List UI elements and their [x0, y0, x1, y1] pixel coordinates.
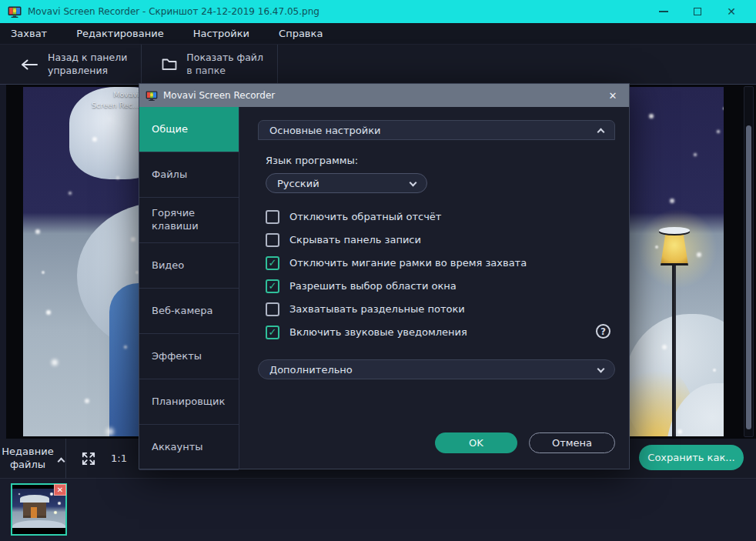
- main-settings-section-header[interactable]: Основные настройки: [258, 120, 615, 140]
- thumbnail-snowflakes: [12, 489, 14, 490]
- minimize-icon[interactable]: [647, 0, 681, 23]
- checkbox-row-hide-panel[interactable]: ✓ Скрывать панель записи: [266, 232, 615, 247]
- tab-scheduler[interactable]: Планировщик: [139, 379, 239, 425]
- checkbox-row-separate-streams[interactable]: ✓ Захватывать раздельные потоки: [266, 302, 615, 316]
- check-icon: ✓: [269, 326, 277, 338]
- tab-webcam[interactable]: Веб-камера: [139, 289, 239, 334]
- settings-dialog: Movavi Screen Recorder ✕ Общие Файлы Гор…: [139, 83, 630, 469]
- folder-icon: [162, 58, 177, 71]
- menu-capture[interactable]: Захват: [11, 28, 61, 39]
- checkbox[interactable]: ✓: [266, 233, 279, 247]
- dialog-body: Общие Файлы Горячие клавиши Видео Веб-ка…: [139, 107, 629, 469]
- checkbox-row-window-area[interactable]: ✓ Разрешить выбор области окна: [266, 279, 615, 293]
- language-select[interactable]: Русский: [266, 173, 427, 193]
- tab-files[interactable]: Файлы: [139, 152, 239, 198]
- advanced-section-title: Дополнительно: [269, 364, 353, 376]
- settings-content: Основные настройки Язык программы: Русск…: [239, 107, 629, 469]
- image-watermark: Movavi Screen Rec...: [79, 89, 139, 111]
- chevron-down-icon: [410, 179, 417, 186]
- show-file-line2: в папке: [186, 65, 263, 78]
- watermark-line1: Movavi: [79, 89, 139, 100]
- help-icon[interactable]: ?: [596, 324, 610, 339]
- chevron-up-icon: [597, 128, 605, 135]
- zoom-ratio-button[interactable]: 1:1: [111, 453, 127, 464]
- language-selected-value: Русский: [277, 178, 319, 189]
- expand-arrows-icon: [80, 450, 97, 467]
- menu-editing[interactable]: Редактирование: [76, 28, 177, 39]
- back-to-panel-button[interactable]: Назад к панели управления: [0, 45, 142, 84]
- tab-accounts[interactable]: Аккаунты: [139, 425, 239, 470]
- checkbox-label: Разрешить выбор области окна: [289, 280, 457, 292]
- check-icon: ✓: [269, 280, 277, 292]
- checkbox-row-disable-countdown[interactable]: ✓ Отключить обратный отсчёт: [266, 209, 615, 224]
- window-title: Movavi Screen Recorder - Скриншот 24-12-…: [28, 6, 647, 17]
- tab-video[interactable]: Видео: [139, 243, 239, 289]
- checkbox-row-sound-notifications[interactable]: ✓ Включить звуковые уведомления ?: [266, 325, 615, 339]
- menubar: Захват Редактирование Настройки Справка: [0, 23, 756, 45]
- thumbnail-snow: [12, 520, 65, 528]
- checkbox-label: Захватывать раздельные потоки: [289, 303, 465, 315]
- recent-files-line2: файлы: [2, 459, 53, 471]
- fit-to-screen-button[interactable]: [77, 450, 100, 467]
- ok-button[interactable]: OK: [435, 432, 517, 453]
- main-section-title: Основные настройки: [269, 125, 381, 136]
- menu-settings[interactable]: Настройки: [193, 28, 263, 39]
- dialog-title: Movavi Screen Recorder: [163, 90, 603, 101]
- save-as-button[interactable]: Сохранить как...: [639, 445, 744, 470]
- dialog-buttons: OK Отмена: [435, 432, 615, 453]
- window-titlebar: Movavi Screen Recorder - Скриншот 24-12-…: [0, 0, 756, 23]
- checkbox[interactable]: ✓: [266, 210, 279, 224]
- tab-general[interactable]: Общие: [139, 107, 239, 152]
- watermark-line2: Screen Rec...: [79, 100, 139, 111]
- checkbox-label: Скрывать панель записи: [289, 234, 421, 245]
- checkbox[interactable]: ✓: [266, 279, 279, 293]
- app-window: { "colors": { "titlebar_cyan": "#17e2df"…: [0, 0, 756, 541]
- remove-thumbnail-icon[interactable]: ✕: [54, 484, 66, 496]
- dialog-close-icon[interactable]: ✕: [603, 90, 623, 102]
- movavi-app-icon: [146, 91, 158, 101]
- back-label-line1: Назад к панели: [48, 52, 127, 65]
- checkbox[interactable]: ✓: [266, 256, 279, 270]
- checkbox-list: ✓ Отключить обратный отсчёт ✓ Скрывать п…: [266, 209, 615, 339]
- window-controls: ✕: [647, 0, 748, 23]
- check-icon: ✓: [269, 257, 277, 269]
- snowflakes: [23, 87, 25, 88]
- checkbox[interactable]: ✓: [266, 302, 279, 316]
- scrollbar-thumb[interactable]: [746, 125, 751, 429]
- checkbox-label: Включить звуковые уведомления: [289, 326, 467, 338]
- checkbox-label: Отключить обратный отсчёт: [289, 211, 441, 222]
- maximize-icon[interactable]: [681, 0, 714, 23]
- tab-effects[interactable]: Эффекты: [139, 334, 239, 379]
- dialog-titlebar: Movavi Screen Recorder ✕: [139, 84, 629, 107]
- tab-hotkeys[interactable]: Горячие клавиши: [139, 198, 239, 243]
- movavi-app-icon: [8, 6, 22, 18]
- cancel-button[interactable]: Отмена: [529, 432, 615, 453]
- vertical-scrollbar[interactable]: [744, 86, 754, 437]
- back-label-line2: управления: [48, 65, 127, 78]
- back-arrow-icon: [20, 58, 38, 71]
- recent-file-thumbnail[interactable]: ✕: [11, 483, 67, 536]
- thumbnail-door: [31, 507, 37, 518]
- checkbox[interactable]: ✓: [266, 326, 279, 339]
- chevron-down-icon: [597, 365, 605, 372]
- menu-help[interactable]: Справка: [279, 28, 336, 39]
- recent-files-button[interactable]: Недавние файлы: [0, 439, 66, 479]
- lamppost: [672, 262, 676, 436]
- show-file-button[interactable]: Показать файл в папке: [142, 45, 278, 84]
- checkbox-row-disable-blinking[interactable]: ✓ Отключить мигание рамки во время захва…: [266, 255, 615, 270]
- settings-tabs: Общие Файлы Горячие клавиши Видео Веб-ка…: [139, 107, 239, 469]
- close-icon[interactable]: ✕: [714, 0, 748, 23]
- show-file-line1: Показать файл: [186, 52, 263, 65]
- thumbnail-roof: [20, 495, 49, 503]
- checkbox-label: Отключить мигание рамки во время захвата: [289, 257, 527, 269]
- advanced-section-header[interactable]: Дополнительно: [258, 359, 615, 379]
- chevron-up-icon: [57, 458, 65, 466]
- lamp-snow-cap: [659, 227, 690, 234]
- thumbnail-strip: ✕: [0, 479, 756, 541]
- toolbar: Назад к панели управления Показать файл …: [0, 45, 756, 85]
- recent-files-line1: Недавние: [2, 446, 53, 458]
- language-label: Язык программы:: [266, 155, 615, 166]
